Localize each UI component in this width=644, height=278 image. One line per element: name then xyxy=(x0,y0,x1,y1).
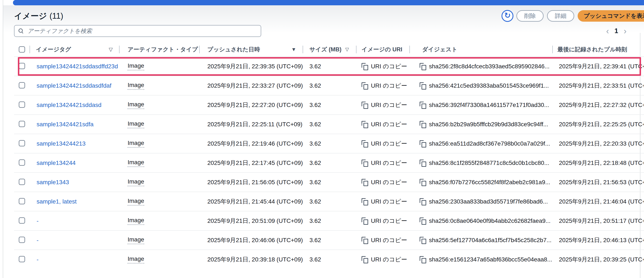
copy-digest-button[interactable] xyxy=(420,82,426,89)
row-checkbox[interactable] xyxy=(19,63,25,69)
copy-digest-button[interactable] xyxy=(420,140,426,147)
row-checkbox[interactable] xyxy=(19,256,25,262)
copy-uri-button[interactable]: URI のコピー xyxy=(356,198,410,206)
digest-cell: sha256:5ef127704a6c6a1f5cf7b45c258c2b7..… xyxy=(410,237,552,244)
details-button[interactable]: 詳細 xyxy=(547,10,574,22)
pushed-at-cell: 2025年9月21日, 22:17:45 (UTC+09) xyxy=(199,159,303,167)
header-select-all[interactable] xyxy=(14,42,30,56)
copy-digest-button[interactable] xyxy=(420,159,426,166)
row-checkbox[interactable] xyxy=(19,237,25,243)
last-pull-cell: 2025年9月21日, 22:27:32 (UTC+09) xyxy=(552,101,644,109)
copy-uri-button[interactable]: URI のコピー xyxy=(356,140,410,148)
image-tag-link[interactable]: - xyxy=(36,237,38,243)
image-tag-cell: - xyxy=(30,237,119,244)
image-tag-link[interactable]: sample13424421sddasdffd23d xyxy=(36,63,118,70)
page-title-text: イメージ xyxy=(14,11,47,20)
copy-icon xyxy=(362,140,368,147)
row-checkbox[interactable] xyxy=(19,140,25,146)
last-pull-cell: 2025年9月21日, 22:25:25 (UTC+09) xyxy=(552,120,644,128)
pushed-at-cell: 2025年9月21日, 21:45:44 (UTC+09) xyxy=(199,198,303,206)
row-checkbox[interactable] xyxy=(19,159,25,166)
image-tag-link[interactable]: sample1343 xyxy=(36,179,69,185)
current-page-number[interactable]: 1 xyxy=(614,27,618,35)
artifact-type-cell: Image xyxy=(119,217,199,225)
copy-digest-button[interactable] xyxy=(420,63,426,70)
artifact-type-value: Image xyxy=(128,82,144,90)
pushed-at-cell: 2025年9月21日, 20:46:06 (UTC+09) xyxy=(199,236,303,244)
next-page-chevron-icon[interactable]: › xyxy=(624,27,626,35)
pushed-at-cell: 2025年9月21日, 22:27:20 (UTC+09) xyxy=(199,101,303,109)
table-row: sample134244Image2025年9月21日, 22:17:45 (U… xyxy=(14,153,644,172)
copy-icon xyxy=(362,218,368,224)
page-title: イメージ(11) xyxy=(14,11,63,21)
table-row: -Image2025年9月21日, 20:51:09 (UTC+09)3.62U… xyxy=(14,211,644,230)
image-tag-cell: sample1, latest xyxy=(30,198,119,205)
copy-digest-button[interactable] xyxy=(420,102,426,109)
row-checkbox[interactable] xyxy=(19,179,25,185)
copy-uri-button[interactable]: URI のコピー xyxy=(356,159,410,167)
last-pull-cell: 2025年9月21日, 20:51:17 (UTC+09) xyxy=(552,217,644,225)
row-checkbox[interactable] xyxy=(19,217,25,224)
artifact-type-cell: Image xyxy=(119,256,199,264)
row-checkbox[interactable] xyxy=(19,121,25,127)
digest-value: sha256:8c1f2855f2848771c8c5dc0b1cbc80... xyxy=(429,159,549,166)
column-header-image-tag[interactable]: イメージタグ ▽ xyxy=(30,42,119,56)
image-tag-cell: sample13424421sddasdffd23d xyxy=(30,63,119,70)
refresh-button[interactable]: ↻ xyxy=(502,10,514,22)
image-tag-link[interactable]: sample134244 xyxy=(36,159,76,166)
image-tag-link[interactable]: sample13424421sddasdfdaf xyxy=(36,82,112,89)
image-tag-link[interactable]: sample1, latest xyxy=(36,198,76,205)
digest-value: sha256:392f4f73308a14611577e171f0ad30... xyxy=(429,102,549,109)
artifact-type-cell: Image xyxy=(119,236,199,244)
artifact-type-cell: Image xyxy=(119,120,199,128)
image-tag-link[interactable]: sample134244213 xyxy=(36,140,86,147)
digest-cell: sha256:ea511d2ad8cf367e798b0c0a7a029f... xyxy=(410,140,552,147)
copy-uri-button[interactable]: URI のコピー xyxy=(356,101,410,109)
column-header-size[interactable]: サイズ (MB) ▽ xyxy=(303,42,356,56)
table-row: sample1, latestImage2025年9月21日, 21:45:44… xyxy=(14,192,644,211)
image-tag-link[interactable]: - xyxy=(36,256,38,263)
row-select-cell xyxy=(14,179,30,186)
prev-page-chevron-icon[interactable]: ‹ xyxy=(606,27,609,35)
copy-icon xyxy=(362,121,368,128)
copy-digest-button[interactable] xyxy=(420,179,426,186)
image-tag-link[interactable]: sample13424421sddasd xyxy=(36,102,102,108)
image-tag-cell: - xyxy=(30,218,119,224)
image-tag-cell: - xyxy=(30,256,119,263)
select-all-checkbox[interactable] xyxy=(19,46,25,53)
copy-uri-button[interactable]: URI のコピー xyxy=(356,62,410,70)
copy-uri-label: URI のコピー xyxy=(371,101,407,109)
copy-digest-button[interactable] xyxy=(420,237,426,244)
last-pull-cell: 2025年9月21日, 22:18:48 (UTC+09) xyxy=(552,159,644,167)
digest-cell: sha256:8c1f2855f2848771c8c5dc0b1cbc80... xyxy=(410,159,552,166)
table-header-row: イメージタグ ▽ アーティファクト・タイプ プッシュされた日時 ▼ サイズ (M… xyxy=(14,42,644,57)
artifact-type-value: Image xyxy=(128,217,144,225)
search-icon xyxy=(18,28,24,34)
copy-uri-button[interactable]: URI のコピー xyxy=(356,178,410,186)
copy-digest-button[interactable] xyxy=(420,256,426,263)
show-push-commands-button[interactable]: プッシュコマンドを表示 xyxy=(578,10,644,22)
image-tag-link[interactable]: sample13424421sdfa xyxy=(36,121,94,128)
copy-icon xyxy=(362,82,368,89)
row-checkbox[interactable] xyxy=(19,101,25,108)
image-tag-link[interactable]: - xyxy=(36,218,38,224)
size-cell: 3.62 xyxy=(303,237,356,244)
copy-uri-button[interactable]: URI のコピー xyxy=(356,256,410,264)
copy-uri-button[interactable]: URI のコピー xyxy=(356,217,410,225)
digest-value: sha256:ea511d2ad8cf367e798b0c0a7a029f... xyxy=(429,140,550,147)
copy-uri-button[interactable]: URI のコピー xyxy=(356,120,410,128)
pushed-at-cell: 2025年9月21日, 22:39:35 (UTC+09) xyxy=(199,62,303,70)
copy-uri-button[interactable]: URI のコピー xyxy=(356,236,410,244)
row-checkbox[interactable] xyxy=(19,82,25,89)
size-cell: 3.62 xyxy=(303,218,356,224)
column-header-pushed-at[interactable]: プッシュされた日時 ▼ xyxy=(199,42,303,56)
row-checkbox[interactable] xyxy=(19,198,25,204)
delete-button[interactable]: 削除 xyxy=(516,10,544,22)
copy-digest-button[interactable] xyxy=(420,218,426,224)
copy-uri-button[interactable]: URI のコピー xyxy=(356,82,410,90)
search-input[interactable] xyxy=(27,28,257,35)
copy-digest-button[interactable] xyxy=(420,121,426,128)
copy-digest-button[interactable] xyxy=(420,198,426,205)
digest-cell: sha256:b2b29a9b5fffcb29b9d3d83ce9c94ff..… xyxy=(410,121,552,128)
column-divider xyxy=(356,46,356,53)
